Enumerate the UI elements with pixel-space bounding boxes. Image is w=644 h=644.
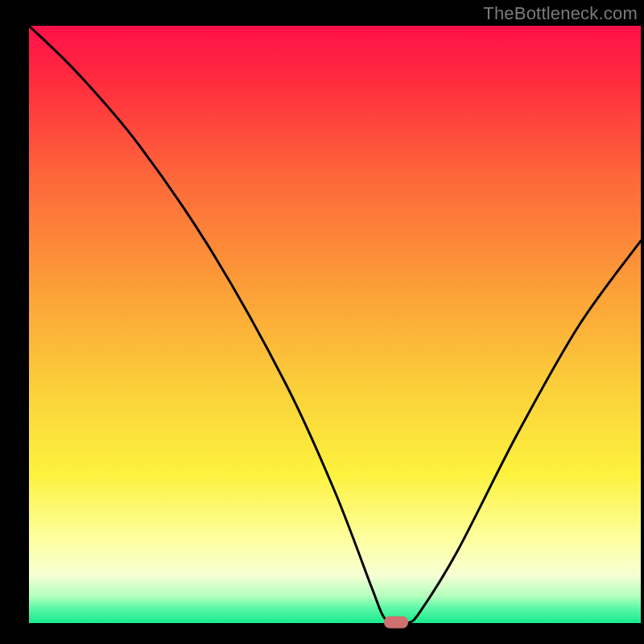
plot-area [29, 26, 641, 623]
chart-stage: TheBottleneck.com [0, 0, 644, 644]
bottleneck-chart [0, 0, 644, 644]
attribution-label: TheBottleneck.com [483, 3, 638, 24]
minimum-marker [384, 617, 408, 629]
